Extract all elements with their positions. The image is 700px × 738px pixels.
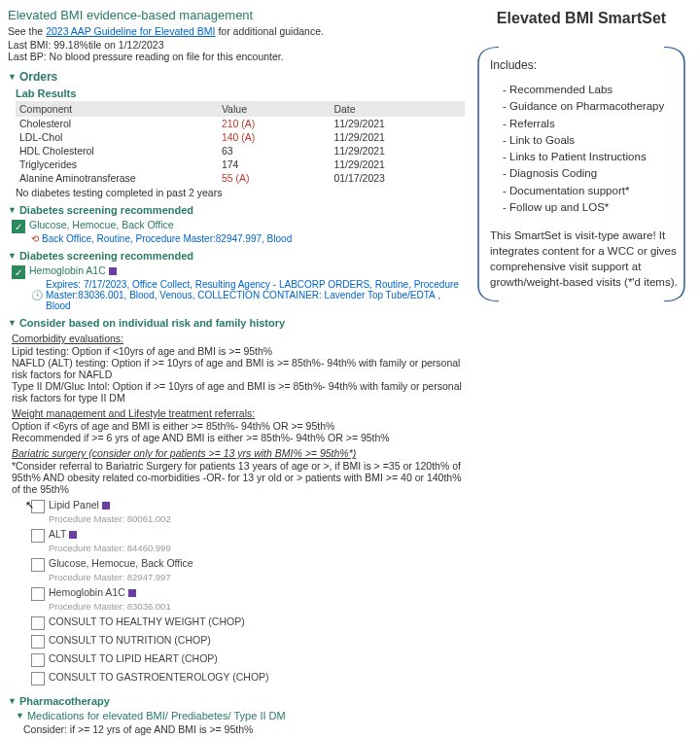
comorbid-body: Lipid testing: Option if <10yrs of age a…	[12, 345, 465, 404]
weight-mgmt-body: Option if <6yrs of age and BMI is either…	[12, 420, 465, 443]
a1c-checkbox[interactable]: ✓	[12, 265, 25, 279]
includes-item: Guidance on Pharmacotherapy	[509, 98, 679, 115]
last-bmi: Last BMI: 99.18%tile on 1/12/2023	[8, 39, 465, 51]
glucose-detail[interactable]: Back Office, Routine, Procedure Master:8…	[42, 233, 292, 244]
col-component: Component	[16, 101, 218, 117]
col-date: Date	[330, 101, 465, 117]
caret-down-icon: ▼	[8, 205, 17, 215]
caret-down-icon: ▼	[8, 251, 17, 261]
order-item-label[interactable]: Lipid Panel	[49, 499, 110, 510]
includes-item: Link to Goals	[509, 132, 679, 149]
glucose-order-label[interactable]: Glucose, Hemocue, Back Office	[29, 219, 174, 230]
guide-row: See the 2023 AAP Guideline for Elevated …	[8, 25, 465, 37]
bariatric-title: Bariatric surgery (consider only for pat…	[12, 447, 465, 459]
caret-down-icon: ▼	[8, 318, 17, 328]
includes-item: Recommended Labs	[509, 82, 679, 98]
includes-item: Documentation support*	[509, 183, 679, 199]
guide-prefix: See the	[8, 25, 46, 37]
order-checkbox[interactable]	[31, 529, 45, 543]
caret-down-icon: ▼	[16, 711, 24, 720]
lab-row: Triglycerides17411/29/2021	[16, 158, 465, 171]
order-checkbox[interactable]	[31, 558, 45, 572]
last-bp: Last BP: No blood pressure reading on fi…	[8, 51, 465, 62]
color-swatch-icon	[128, 589, 136, 597]
procedure-code: Procedure Master: 82947.997	[49, 572, 465, 582]
order-item-label[interactable]: CONSULT TO NUTRITION (CHOP)	[49, 634, 211, 646]
order-checkbox[interactable]	[31, 635, 45, 649]
lab-row: HDL Cholesterol6311/29/2021	[16, 144, 465, 158]
lab-results-table: Component Value Date Cholesterol210 (A)1…	[16, 101, 465, 185]
bracket-container: Includes: Recommended LabsGuidance on Ph…	[474, 45, 688, 303]
annotation-title: Elevated BMI SmartSet	[474, 10, 688, 27]
color-swatch-icon	[109, 267, 117, 275]
a1c-detail[interactable]: Expires: 7/17/2023, Office Collect, Resu…	[46, 279, 465, 311]
lab-row: LDL-Chol140 (A)11/29/2021	[16, 130, 465, 144]
caret-down-icon: ▼	[8, 696, 17, 706]
caret-down-icon: ▼	[8, 72, 17, 82]
order-checkbox[interactable]	[31, 653, 45, 667]
procedure-code: Procedure Master: 84460.999	[49, 543, 465, 553]
pharmacotherapy-hdr[interactable]: ▼ Pharmacotherapy	[8, 695, 465, 707]
col-value: Value	[218, 101, 331, 117]
smartset-title: Elevated BMI evidence-based management	[8, 8, 465, 22]
smartset-panel: Elevated BMI evidence-based management S…	[8, 8, 465, 738]
diabetes-screen-hdr-1[interactable]: ▼ Diabetes screening recommended	[8, 204, 465, 216]
weight-mgmt-title: Weight management and Lifestyle treatmen…	[12, 407, 465, 419]
cursor-icon: ↖	[25, 499, 34, 511]
guide-suffix: for additional guidance.	[218, 25, 324, 37]
order-item-label[interactable]: CONSULT TO HEALTHY WEIGHT (CHOP)	[49, 615, 245, 627]
order-item-label[interactable]: CONSULT TO LIPID HEART (CHOP)	[49, 652, 218, 664]
includes-item: Diagnosis Coding	[509, 165, 679, 182]
color-swatch-icon	[69, 531, 77, 539]
lab-results-header: Lab Results	[16, 88, 465, 99]
order-item-label[interactable]: ALT	[49, 528, 77, 540]
procedure-code: Procedure Master: 80061.002	[49, 513, 465, 524]
procedure-code: Procedure Master: 83036.001	[49, 601, 465, 612]
comorbid-title: Comorbidity evaluations:	[12, 333, 465, 344]
meds-consider-note: Consider: if >= 12 yrs of age AND BMI is…	[23, 723, 465, 735]
order-item-label[interactable]: Glucose, Hemocue, Back Office	[49, 557, 193, 569]
color-swatch-icon	[102, 502, 110, 510]
order-checkbox[interactable]	[31, 672, 45, 685]
includes-item: Follow up and LOS*	[509, 199, 679, 216]
order-checkbox[interactable]	[31, 587, 45, 601]
order-checkbox[interactable]	[31, 616, 45, 630]
annotation-note: This SmartSet is visit-type aware! It in…	[490, 228, 679, 290]
diabetes-testing-note: No diabetes testing completed in past 2 …	[16, 187, 465, 198]
includes-item: Referrals	[509, 116, 679, 132]
consider-hdr[interactable]: ▼ Consider based on individual risk and …	[8, 317, 465, 329]
order-item-label[interactable]: CONSULT TO GASTROENTEROLOGY (CHOP)	[49, 671, 269, 683]
lab-row: Cholesterol210 (A)11/29/2021	[16, 117, 465, 130]
lab-row: Alanine Aminotransferase55 (A)01/17/2023	[16, 171, 465, 185]
orders-header[interactable]: ▼ Orders	[8, 70, 465, 84]
aap-guideline-link[interactable]: 2023 AAP Guideline for Elevated BMI	[46, 25, 215, 37]
meds-sub-hdr[interactable]: ▼ Medications for elevated BMI/ Prediabe…	[16, 710, 465, 721]
clock-icon: 🕓	[31, 290, 43, 300]
annotation-panel: Elevated BMI SmartSet Includes: Recommen…	[474, 8, 688, 738]
includes-item: Links to Patient Instructions	[509, 149, 679, 165]
order-item-label[interactable]: Hemoglobin A1C	[49, 586, 136, 598]
glucose-checkbox[interactable]: ✓	[12, 220, 25, 233]
includes-header: Includes:	[490, 58, 679, 72]
a1c-order-label[interactable]: Hemoglobin A1C	[29, 264, 117, 276]
bariatric-body: *Consider referral to Bariatric Surgery …	[12, 460, 465, 495]
back-arrow-icon: ⟲	[31, 233, 39, 244]
diabetes-screen-hdr-2[interactable]: ▼ Diabetes screening recommended	[8, 250, 465, 262]
